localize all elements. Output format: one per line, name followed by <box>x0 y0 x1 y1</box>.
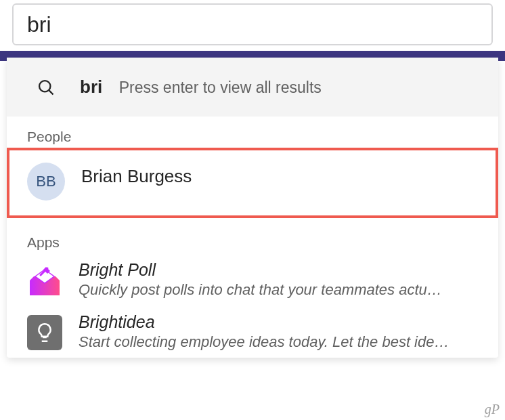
app-text: Brightidea Start collecting employee ide… <box>79 312 478 351</box>
svg-point-0 <box>39 81 50 91</box>
app-result-row[interactable]: Brightidea Start collecting employee ide… <box>7 306 498 358</box>
watermark: gP <box>485 402 500 417</box>
app-title: Brightidea <box>79 312 478 332</box>
app-description: Quickly post polls into chat that your t… <box>79 281 478 299</box>
search-results-dropdown: bri Press enter to view all results Peop… <box>7 58 498 358</box>
app-title: Bright Poll <box>79 260 478 280</box>
people-section-label: People <box>7 117 498 148</box>
search-input[interactable] <box>27 12 478 37</box>
search-term: bri <box>80 77 102 97</box>
person-name: Brian Burgess <box>81 166 192 187</box>
app-text: Bright Poll Quickly post polls into chat… <box>79 260 478 299</box>
avatar: BB <box>27 163 65 201</box>
search-bar[interactable] <box>12 3 493 45</box>
person-result-row[interactable]: BB Brian Burgess <box>7 148 498 218</box>
view-all-results-row[interactable]: bri Press enter to view all results <box>7 58 498 117</box>
app-result-row[interactable]: Bright Poll Quickly post polls into chat… <box>7 253 498 306</box>
brightpoll-icon <box>27 263 62 298</box>
svg-line-1 <box>49 90 53 94</box>
apps-section-label: Apps <box>7 218 498 253</box>
app-description: Start collecting employee ideas today. L… <box>79 333 478 351</box>
brightidea-icon <box>27 315 62 350</box>
search-icon <box>37 78 56 97</box>
search-hint: Press enter to view all results <box>119 79 322 96</box>
